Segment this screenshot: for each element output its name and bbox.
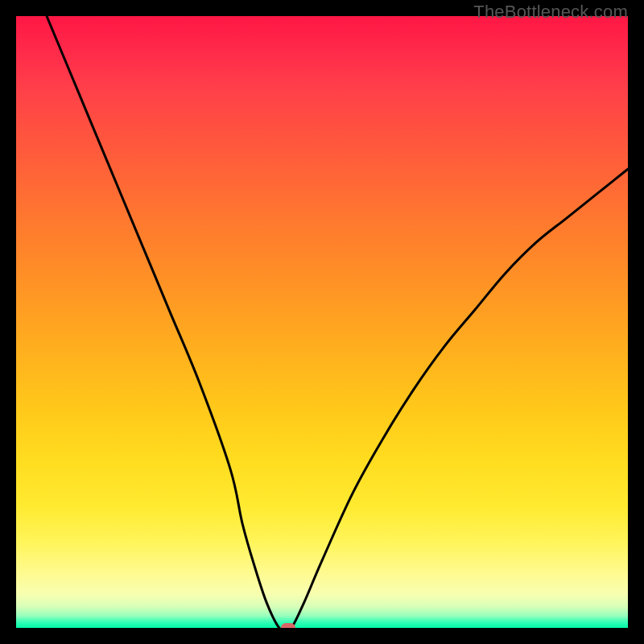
curve-svg: [16, 16, 628, 628]
plot-area: [16, 16, 628, 628]
bottleneck-curve: [47, 16, 628, 628]
optimum-marker: [281, 623, 295, 628]
chart-container: TheBottleneck.com: [0, 0, 644, 644]
plot-frame: [16, 16, 628, 628]
watermark-label: TheBottleneck.com: [473, 2, 628, 23]
